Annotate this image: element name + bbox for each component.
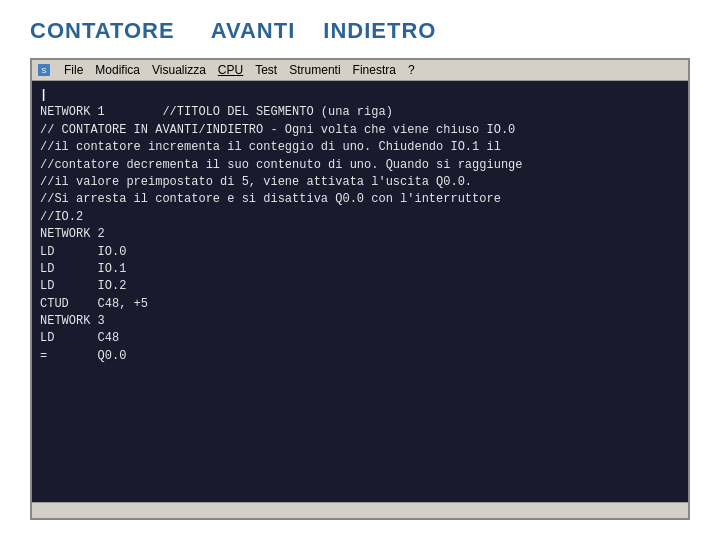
menu-file[interactable]: File bbox=[58, 62, 89, 78]
ide-window: S File Modifica Visualizza CPU Test Stru… bbox=[30, 58, 690, 520]
code-line-9: LD IO.0 bbox=[40, 244, 680, 261]
title-bar: CONTATORE AVANTI INDIETRO bbox=[30, 18, 690, 44]
menu-modifica[interactable]: Modifica bbox=[89, 62, 146, 78]
title-avanti: AVANTI bbox=[211, 18, 296, 44]
code-line-6: //Si arresta il contatore e si disattiva… bbox=[40, 191, 680, 208]
code-line-1: NETWORK 1 //TITOLO DEL SEGMENTO (una rig… bbox=[40, 104, 680, 121]
menu-bar: S File Modifica Visualizza CPU Test Stru… bbox=[32, 60, 688, 81]
code-line-3: //il contatore incrementa il conteggio d… bbox=[40, 139, 680, 156]
app-icon: S bbox=[36, 62, 52, 78]
menu-cpu[interactable]: CPU bbox=[212, 62, 249, 78]
menu-test[interactable]: Test bbox=[249, 62, 283, 78]
page-wrapper: CONTATORE AVANTI INDIETRO S File Modific… bbox=[0, 0, 720, 540]
menu-strumenti[interactable]: Strumenti bbox=[283, 62, 346, 78]
code-line-11: LD IO.2 bbox=[40, 278, 680, 295]
status-bar bbox=[32, 502, 688, 518]
title-indietro: INDIETRO bbox=[323, 18, 436, 44]
code-line-15: = Q0.0 bbox=[40, 348, 680, 365]
menu-visualizza[interactable]: Visualizza bbox=[146, 62, 212, 78]
code-line-12: CTUD C48, +5 bbox=[40, 296, 680, 313]
code-line-8: NETWORK 2 bbox=[40, 226, 680, 243]
code-line-7: //IO.2 bbox=[40, 209, 680, 226]
code-line-13: NETWORK 3 bbox=[40, 313, 680, 330]
code-line-14: LD C48 bbox=[40, 330, 680, 347]
code-area[interactable]: NETWORK 1 //TITOLO DEL SEGMENTO (una rig… bbox=[32, 81, 688, 502]
title-contatore: CONTATORE bbox=[30, 18, 175, 44]
menu-help[interactable]: ? bbox=[402, 62, 421, 78]
code-line-2: // CONTATORE IN AVANTI/INDIETRO - Ogni v… bbox=[40, 122, 680, 139]
code-line-5: //il valore preimpostato di 5, viene att… bbox=[40, 174, 680, 191]
code-line-cursor bbox=[40, 87, 680, 104]
menu-finestra[interactable]: Finestra bbox=[347, 62, 402, 78]
svg-text:S: S bbox=[41, 66, 46, 75]
code-line-10: LD IO.1 bbox=[40, 261, 680, 278]
code-line-4: //contatore decrementa il suo contenuto … bbox=[40, 157, 680, 174]
